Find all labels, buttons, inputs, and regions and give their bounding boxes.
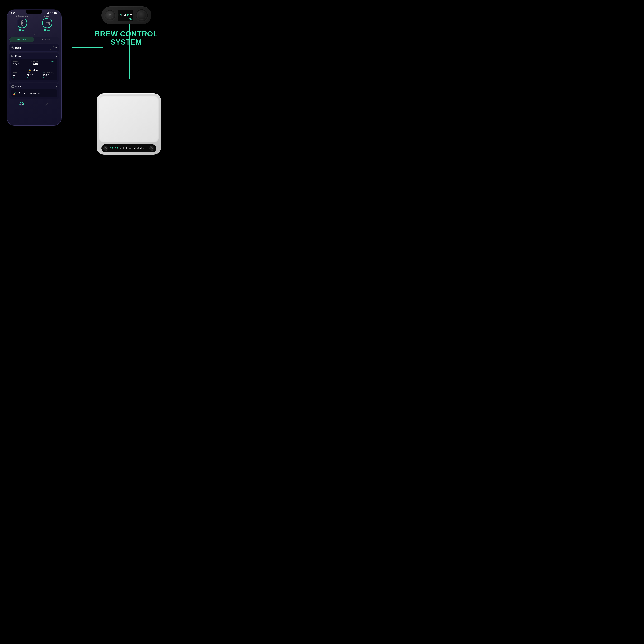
status-bar: 9:41 xyxy=(7,10,61,15)
bean-add-button[interactable]: + xyxy=(50,46,54,50)
scale-weight-digits: 0.0 xyxy=(123,147,128,149)
time-chevron[interactable]: ∨ xyxy=(27,77,33,79)
collapse-chevron[interactable]: ∧ xyxy=(9,33,59,36)
tab-pour-over[interactable]: Pour-over xyxy=(9,37,34,42)
nav-profile-button[interactable] xyxy=(44,102,49,107)
refractometer-circle[interactable] xyxy=(17,18,28,28)
brew-screen-battery-icon xyxy=(129,18,132,20)
temp-value: 90°C xyxy=(51,61,55,63)
steps-card-header: Steps ∧ xyxy=(11,85,57,88)
scale-status: ✓ 88% xyxy=(44,29,50,31)
refractometer-check: ✓ xyxy=(19,29,21,31)
water-chevron[interactable]: ∨ xyxy=(37,66,38,68)
svg-point-40 xyxy=(152,148,152,149)
svg-marker-30 xyxy=(101,47,103,48)
refractometer-device: ⊙ Refractometer xyxy=(16,15,29,31)
brew-right-button[interactable] xyxy=(135,9,148,22)
ratio-line-right xyxy=(41,70,55,70)
preset-chevron[interactable]: ∧ xyxy=(55,55,57,58)
grind-column: Grind -- ∨ xyxy=(13,72,17,79)
svg-rect-32 xyxy=(109,15,110,16)
bean-chevron[interactable]: ∨ xyxy=(55,46,57,49)
devices-row: ⊙ Refractometer xyxy=(9,15,59,31)
app-screen: ⊙ Refractometer xyxy=(7,15,61,110)
preset-header-left: Preset xyxy=(11,55,22,58)
ratio-value: 1 : 15.4 xyxy=(32,69,39,71)
power-button[interactable] xyxy=(61,31,62,41)
bean-title: Bean xyxy=(15,47,21,49)
lock-icon: 🔒 xyxy=(29,69,31,71)
scale-tare-button[interactable] xyxy=(149,146,154,151)
dose-label: Dose (g) xyxy=(13,61,19,62)
scale-check: ✓ xyxy=(44,29,46,31)
svg-point-13 xyxy=(42,18,52,28)
scale-timer-digits: 00:00 xyxy=(110,147,118,150)
mute-button[interactable] xyxy=(7,23,7,27)
bottom-nav xyxy=(9,100,59,108)
signal-icon xyxy=(47,12,49,14)
dose-value: 15.6 xyxy=(13,62,19,66)
water-label: Water (g) xyxy=(31,61,38,62)
time-value: 02:15 xyxy=(27,74,33,77)
scale-power-icon xyxy=(105,147,107,149)
scale-label: ⊙ Scale xyxy=(44,15,51,17)
temp-column: 90°C ∨ xyxy=(49,61,55,65)
scale-power-button[interactable] xyxy=(103,146,108,151)
svg-rect-5 xyxy=(54,12,57,14)
bean-card-actions: + ∨ xyxy=(50,46,57,50)
dose-chevron[interactable]: ∨ xyxy=(13,66,14,68)
brew-left-button[interactable] xyxy=(104,10,116,21)
preset-card: Preset ∧ Dose (g) 15.6 ∨ Water (g) 240 xyxy=(9,53,59,82)
preset-card-header: Preset ∧ xyxy=(11,55,57,58)
brew-left-button-icon xyxy=(108,14,112,17)
steps-title: Steps xyxy=(15,85,21,88)
brew-right-button-inner xyxy=(137,11,146,20)
scale-digits3: 0.0.0.0. xyxy=(132,147,144,149)
carafe-chevron[interactable]: ∨ xyxy=(43,77,55,79)
carafe-label: Carafe/Cup (g) xyxy=(44,72,55,74)
scale-body: 00:00 ◀ 0.0 ⚙ 0.0.0.0. oz gr xyxy=(97,93,161,155)
brew-screen: READY xyxy=(118,10,133,21)
steps-icon xyxy=(11,85,14,88)
time-column: Time 02:15 ∨ xyxy=(27,72,33,79)
nav-brew-button[interactable] xyxy=(19,102,24,107)
brew-device-body: READY xyxy=(101,6,151,24)
grind-chevron[interactable]: ∨ xyxy=(13,77,17,79)
bean-icon xyxy=(11,46,14,49)
steps-header-left: Steps xyxy=(11,85,21,88)
volume-down-button[interactable] xyxy=(7,35,7,41)
svg-rect-3 xyxy=(49,12,49,14)
svg-rect-17 xyxy=(12,55,14,57)
chart-icon xyxy=(13,91,17,95)
bean-header-left: Bean xyxy=(11,46,21,49)
ratio-line-left xyxy=(13,70,27,70)
svg-rect-35 xyxy=(132,19,132,19)
battery-icon xyxy=(54,12,58,14)
record-brew-chevron[interactable]: › xyxy=(54,92,55,95)
svg-point-26 xyxy=(20,102,24,106)
brew-title-wrapper: BREW CONTROL SYSTEM xyxy=(95,30,158,46)
ratio-row: 🔒 1 : 15.4 xyxy=(13,69,55,71)
temp-chevron[interactable]: ∨ xyxy=(54,63,55,65)
notch xyxy=(26,10,42,14)
volume-up-button[interactable] xyxy=(7,28,7,33)
scale-circle[interactable] xyxy=(42,18,53,28)
water-column: Water (g) 240 ∨ xyxy=(31,61,38,68)
dose-column: Dose (g) 15.6 ∨ xyxy=(13,61,19,68)
scale-display: 00:00 ◀ 0.0 ⚙ 0.0.0.0. oz gr xyxy=(101,144,156,152)
tab-espresso[interactable]: Espresso xyxy=(34,37,59,42)
svg-rect-0 xyxy=(47,13,47,14)
scale-wrapper: 00:00 ◀ 0.0 ⚙ 0.0.0.0. oz gr xyxy=(97,93,161,155)
profile-nav-icon xyxy=(44,102,49,106)
grind-label: Grind xyxy=(13,72,17,74)
svg-rect-34 xyxy=(130,18,131,19)
brew-nav-icon xyxy=(19,102,24,106)
svg-rect-23 xyxy=(13,94,14,95)
svg-rect-2 xyxy=(48,12,49,14)
status-icons xyxy=(47,12,58,14)
record-brew-item[interactable]: Record brew process › xyxy=(11,89,57,97)
svg-rect-20 xyxy=(12,86,14,88)
bean-card-header: Bean + ∨ xyxy=(11,46,57,50)
steps-chevron[interactable]: ∧ xyxy=(55,85,57,88)
svg-rect-25 xyxy=(16,92,16,95)
